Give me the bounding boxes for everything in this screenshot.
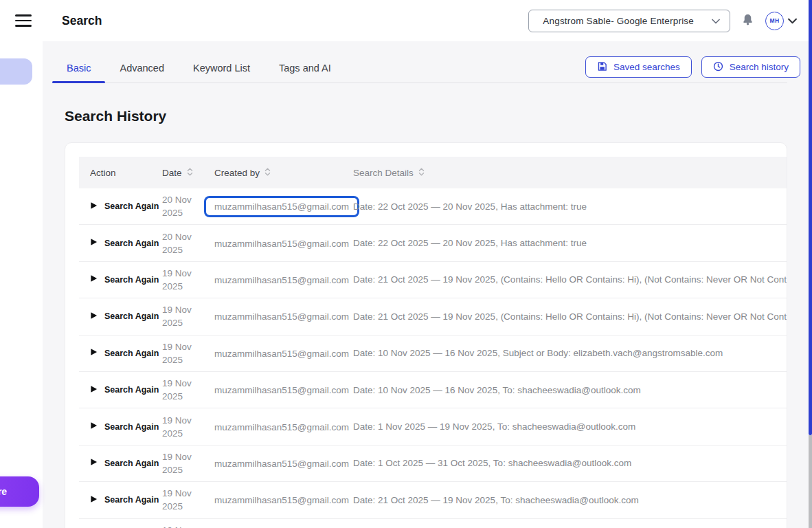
search-details-cell: Date: 22 Oct 2025 — 20 Nov 2025, Has att…	[353, 238, 787, 248]
chevron-down-icon[interactable]	[788, 14, 797, 27]
date-line-2: 2025	[162, 316, 214, 329]
column-header-search-details[interactable]: Search Details	[353, 167, 787, 179]
play-icon	[90, 311, 98, 322]
notifications-button[interactable]	[741, 13, 754, 29]
table-row: Search Again 19 Nov 2025 muzammilhasan51…	[79, 262, 787, 298]
date-line-1: 19 Nov	[162, 414, 214, 427]
section-heading: Search History	[65, 108, 812, 124]
date-line-1: 20 Nov	[162, 230, 214, 243]
action-cell: Search Again	[79, 495, 162, 505]
created-by-value[interactable]: muzammilhasan515@gmail.com	[204, 196, 359, 217]
date-line-1: 19 Nov	[162, 524, 214, 528]
saved-searches-button[interactable]: Saved searches	[585, 56, 692, 78]
tour-floating-button[interactable]: re	[0, 476, 39, 507]
play-icon	[90, 238, 98, 248]
date-cell: 19 Nov 2025	[162, 450, 214, 476]
column-header-action: Action	[79, 168, 162, 178]
created-by-cell: muzammilhasan515@gmail.com	[214, 310, 353, 322]
search-details-cell: Date: 10 Nov 2025 — 16 Nov 2025, To: sha…	[353, 385, 787, 395]
created-by-value[interactable]: muzammilhasan515@gmail.com	[214, 422, 349, 432]
play-icon	[90, 385, 98, 395]
sidebar	[0, 41, 43, 528]
tab-keyword-list[interactable]: Keyword List	[179, 52, 264, 83]
avatar[interactable]: MH	[765, 12, 784, 30]
date-cell: 19 Nov 2025	[162, 377, 214, 403]
date-line-2: 2025	[162, 243, 214, 256]
date-line-1: 19 Nov	[162, 267, 214, 280]
created-by-value[interactable]: muzammilhasan515@gmail.com	[214, 275, 349, 285]
date-cell: 19 Nov 2025	[162, 303, 214, 329]
sort-icon[interactable]	[264, 167, 271, 179]
tab-advanced[interactable]: Advanced	[105, 52, 179, 83]
search-details-cell: Date: 1 Oct 2025 — 31 Oct 2025, To: shac…	[353, 458, 787, 468]
created-by-cell: muzammilhasan515@gmail.com	[214, 457, 353, 470]
action-cell: Search Again	[79, 311, 162, 322]
date-cell: 19 Nov 2025	[162, 524, 214, 528]
header-actions: Saved searches Search history	[585, 56, 800, 78]
tab-list: Basic Advanced Keyword List Tags and AI	[52, 52, 346, 83]
created-by-cell: muzammilhasan515@gmail.com	[214, 421, 353, 433]
search-history-card: Action Date Created by Search Details	[65, 142, 787, 528]
top-bar: Search Angstrom Sable- Google Enterprise…	[0, 0, 812, 41]
sort-icon[interactable]	[187, 167, 193, 179]
date-cell: 19 Nov 2025	[162, 340, 214, 366]
table-row: Search Again 20 Nov 2025 muzammilhasan51…	[79, 188, 787, 225]
chevron-down-icon	[712, 16, 720, 26]
search-history-button[interactable]: Search history	[701, 56, 800, 78]
search-again-button[interactable]: Search Again	[90, 458, 159, 468]
created-by-cell: muzammilhasan515@gmail.com	[214, 274, 353, 286]
created-by-value[interactable]: muzammilhasan515@gmail.com	[214, 385, 349, 395]
created-by-value[interactable]: muzammilhasan515@gmail.com	[214, 349, 349, 359]
created-by-value[interactable]: muzammilhasan515@gmail.com	[214, 239, 349, 249]
menu-icon[interactable]	[15, 14, 32, 27]
sidebar-active-item[interactable]	[0, 58, 32, 85]
action-cell: Search Again	[79, 201, 162, 212]
scrollbar-thumb[interactable]	[809, 0, 812, 435]
sort-icon[interactable]	[418, 167, 425, 179]
search-details-cell: Date: 21 Oct 2025 — 19 Nov 2025, To: sha…	[353, 495, 787, 505]
tab-tags-and-ai[interactable]: Tags and AI	[264, 52, 346, 83]
search-again-button[interactable]: Search Again	[90, 421, 159, 432]
search-again-button[interactable]: Search Again	[90, 274, 159, 285]
date-line-2: 2025	[162, 353, 214, 366]
search-again-button[interactable]: Search Again	[90, 238, 159, 248]
created-by-value[interactable]: muzammilhasan515@gmail.com	[214, 311, 349, 322]
search-again-button[interactable]: Search Again	[90, 385, 159, 395]
date-cell: 19 Nov 2025	[162, 487, 214, 513]
search-again-label: Search Again	[104, 385, 159, 395]
play-icon	[90, 495, 98, 505]
created-by-value[interactable]: muzammilhasan515@gmail.com	[214, 495, 349, 505]
organization-selector[interactable]: Angstrom Sable- Google Enterprise	[528, 10, 730, 32]
search-details-cell: Date: 10 Nov 2025 — 16 Nov 2025, Subject…	[353, 348, 787, 358]
date-line-2: 2025	[162, 280, 214, 293]
action-cell: Search Again	[79, 385, 162, 395]
scrollbar-track[interactable]	[809, 435, 812, 528]
topbar-right-group: Angstrom Sable- Google Enterprise MH	[528, 10, 797, 32]
play-icon	[90, 201, 98, 212]
search-again-label: Search Again	[104, 239, 159, 248]
search-details-cell: Date: 22 Oct 2025 — 20 Nov 2025, Has att…	[353, 201, 787, 212]
created-by-value[interactable]: muzammilhasan515@gmail.com	[214, 459, 349, 469]
search-again-button[interactable]: Search Again	[90, 201, 159, 212]
tab-basic[interactable]: Basic	[52, 52, 105, 83]
date-cell: 19 Nov 2025	[162, 414, 214, 440]
search-again-button[interactable]: Search Again	[90, 311, 159, 322]
search-again-button[interactable]: Search Again	[90, 348, 159, 358]
table-row: Search Again 20 Nov 2025 muzammilhasan51…	[79, 225, 787, 261]
date-line-1: 19 Nov	[162, 303, 214, 316]
column-header-created-by[interactable]: Created by	[214, 167, 353, 179]
user-menu[interactable]: MH	[765, 12, 797, 30]
table-body: Search Again 20 Nov 2025 muzammilhasan51…	[79, 188, 787, 528]
search-again-button[interactable]: Search Again	[90, 495, 159, 505]
date-line-2: 2025	[162, 390, 214, 403]
play-icon	[90, 274, 98, 285]
table-row: Search Again 19 Nov 2025 muzammilhasan51…	[79, 446, 787, 482]
column-header-date[interactable]: Date	[162, 167, 214, 179]
table-row: Search Again 19 Nov 2025 muzammilhasan51…	[79, 336, 787, 372]
search-again-label: Search Again	[104, 311, 159, 321]
table-header-row: Action Date Created by Search Details	[79, 157, 787, 188]
search-again-label: Search Again	[104, 459, 159, 468]
created-by-cell: muzammilhasan515@gmail.com	[214, 237, 353, 250]
play-icon	[90, 421, 98, 432]
page-title: Search	[62, 14, 102, 28]
